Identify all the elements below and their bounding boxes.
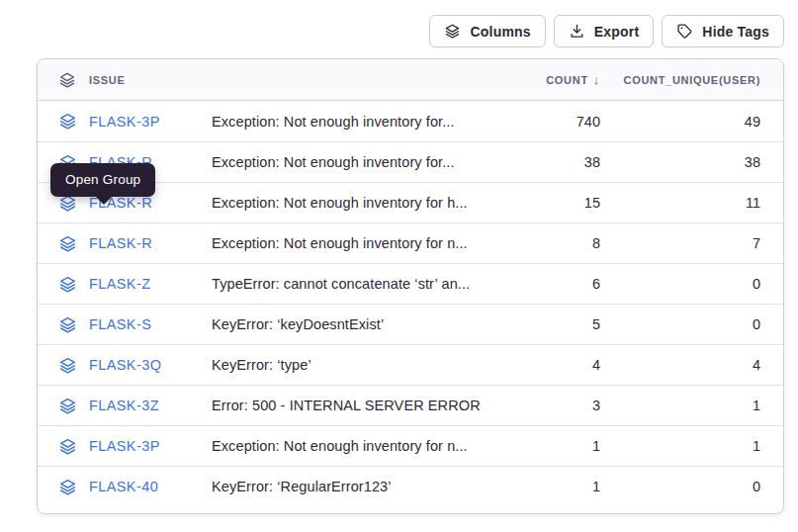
stack-icon[interactable] — [58, 234, 77, 253]
columns-button[interactable]: Columns — [429, 15, 545, 47]
stack-icon[interactable] — [58, 397, 77, 415]
issue-cell: FLASK-3P — [38, 437, 212, 456]
stack-icon[interactable] — [58, 437, 77, 456]
table-row[interactable]: FLASK-R Exception: Not enough inventory … — [38, 222, 783, 263]
table-body: FLASK-3P Exception: Not enough inventory… — [38, 101, 783, 506]
issue-title: Exception: Not enough inventory for... — [212, 154, 491, 170]
stack-icon[interactable] — [58, 315, 77, 334]
issue-cell: FLASK-40 — [38, 478, 212, 496]
table-row[interactable]: FLASK-3Z Error: 500 - INTERNAL SERVER ER… — [38, 385, 783, 425]
table-header-row: ISSUE COUNT↓ COUNT_UNIQUE(USER) — [38, 59, 783, 101]
issue-cell: FLASK-Z — [38, 275, 212, 294]
stack-icon[interactable] — [58, 112, 77, 131]
count-value: 1 — [491, 479, 600, 494]
count-column-label: COUNT — [546, 74, 588, 86]
issue-link[interactable]: FLASK-3Q — [89, 357, 161, 373]
count-unique-value: 0 — [600, 276, 783, 292]
count-value: 1 — [491, 438, 600, 454]
stack-icon — [444, 23, 461, 40]
stack-icon[interactable] — [58, 356, 77, 375]
stack-icon[interactable] — [58, 275, 77, 294]
issue-title: KeyError: ‘type’ — [212, 357, 491, 373]
count-unique-value: 1 — [600, 438, 783, 454]
issue-cell: FLASK-3P — [38, 112, 212, 131]
issue-link[interactable]: FLASK-R — [89, 235, 152, 251]
issue-title: Exception: Not enough inventory for... — [212, 114, 491, 130]
open-group-tooltip: Open Group — [50, 163, 155, 197]
stack-icon[interactable] — [58, 478, 77, 496]
count-unique-column-label: COUNT_UNIQUE(USER) — [624, 74, 761, 86]
results-table: ISSUE COUNT↓ COUNT_UNIQUE(USER) FLASK-3P… — [37, 58, 784, 514]
page: Columns Export Hide Tags ISSUE COUNT↓ CO… — [37, 15, 784, 514]
issue-cell: FLASK-S — [38, 315, 212, 334]
table-row[interactable]: FLASK-Z TypeError: cannot concatenate ‘s… — [38, 263, 783, 304]
toolbar: Columns Export Hide Tags — [37, 15, 784, 47]
count-value: 4 — [491, 357, 600, 373]
count-value: 8 — [491, 235, 600, 251]
tag-icon — [676, 23, 693, 40]
issue-title: KeyError: ‘RegularError123’ — [212, 479, 491, 494]
issue-link[interactable]: FLASK-3Z — [89, 398, 159, 413]
count-unique-value: 1 — [600, 398, 783, 413]
hide-tags-button[interactable]: Hide Tags — [662, 15, 784, 47]
issue-title: Exception: Not enough inventory for n... — [212, 438, 491, 454]
issue-link[interactable]: FLASK-S — [89, 316, 151, 332]
issue-link[interactable]: FLASK-Z — [89, 276, 150, 292]
count-unique-value: 49 — [600, 114, 783, 130]
export-button-label: Export — [594, 24, 640, 40]
issue-link[interactable]: FLASK-40 — [89, 479, 158, 494]
count-value: 5 — [491, 316, 600, 332]
issue-column-label: ISSUE — [89, 74, 126, 86]
tooltip-label: Open Group — [65, 172, 140, 187]
count-value: 6 — [491, 276, 600, 292]
count-unique-value: 7 — [600, 235, 783, 251]
count-unique-value: 11 — [600, 195, 783, 211]
issue-title: Exception: Not enough inventory for n... — [212, 235, 491, 251]
issue-title: Error: 500 - INTERNAL SERVER ERROR — [212, 398, 491, 413]
table-row[interactable]: FLASK-S KeyError: ‘keyDoesntExist’ 5 0 — [38, 304, 783, 344]
count-value: 740 — [491, 114, 600, 130]
issue-title: Exception: Not enough inventory for h... — [212, 195, 491, 211]
issue-cell: FLASK-3Z — [38, 397, 212, 415]
issue-title: TypeError: cannot concatenate ‘str’ an..… — [212, 276, 491, 292]
table-row[interactable]: FLASK-3P Exception: Not enough inventory… — [38, 101, 783, 141]
issue-title: KeyError: ‘keyDoesntExist’ — [212, 316, 491, 332]
export-button[interactable]: Export — [554, 15, 655, 47]
count-value: 38 — [491, 154, 600, 170]
issue-cell: FLASK-3Q — [38, 356, 212, 375]
issue-link[interactable]: FLASK-3P — [89, 114, 160, 130]
count-value: 15 — [491, 195, 600, 211]
column-header-count[interactable]: COUNT↓ — [491, 72, 600, 87]
hide-tags-button-label: Hide Tags — [702, 24, 769, 40]
table-row[interactable]: FLASK-3P Exception: Not enough inventory… — [38, 425, 783, 466]
columns-button-label: Columns — [470, 24, 530, 40]
download-icon — [569, 23, 585, 40]
count-unique-value: 4 — [600, 357, 783, 373]
count-unique-value: 0 — [600, 316, 783, 332]
sort-descending-icon: ↓ — [593, 72, 600, 87]
count-unique-value: 0 — [600, 479, 783, 494]
issue-link[interactable]: FLASK-3P — [89, 438, 160, 454]
issue-cell: FLASK-R — [38, 234, 212, 253]
count-value: 3 — [491, 398, 600, 413]
column-header-count-unique[interactable]: COUNT_UNIQUE(USER) — [600, 74, 783, 86]
count-unique-value: 38 — [600, 154, 783, 170]
table-row[interactable]: FLASK-40 KeyError: ‘RegularError123’ 1 0 — [38, 466, 783, 506]
column-header-issue[interactable]: ISSUE — [38, 71, 212, 89]
stack-icon — [58, 71, 76, 89]
table-row[interactable]: FLASK-3Q KeyError: ‘type’ 4 4 — [38, 344, 783, 385]
